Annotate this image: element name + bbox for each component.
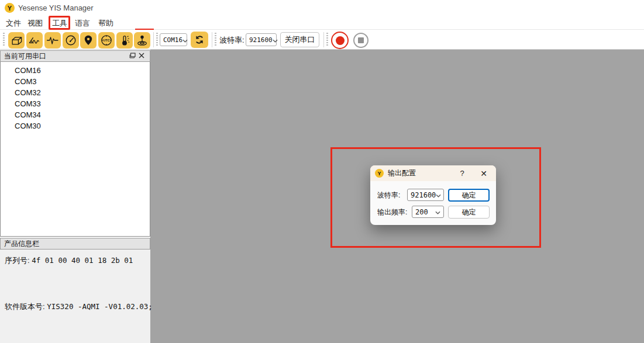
location-pin-icon [81,33,95,47]
chevron-down-icon [436,190,441,199]
menu-view[interactable]: 视图 [27,18,43,28]
port-item-com30[interactable]: COM30 [1,120,150,131]
yesense-logo-icon: Y [5,3,15,13]
menu-bar [0,16,644,30]
toolbar-drag-handle[interactable] [215,33,216,47]
serial-number-value: 4f 01 00 40 01 18 2b 01 [32,256,133,265]
stop-icon [358,37,364,43]
dialog-baud-value: 921600 [411,191,436,199]
baud-rate-label: 波特率: [219,35,244,46]
ports-list: COM16 COM3 COM32 COM33 COM34 COM30 [0,62,150,237]
port-item-com34[interactable]: COM34 [1,109,150,120]
record-button[interactable] [331,32,349,49]
dialog-help-button[interactable]: ? [456,169,468,178]
joystick-button[interactable] [134,32,150,48]
utc-time-button[interactable]: UTC [98,32,115,48]
cube-3d-icon [9,33,23,47]
location-button[interactable] [80,32,97,48]
temperature-button[interactable] [116,32,133,48]
dialog-freq-select[interactable]: 200 [412,206,444,218]
output-config-dialog: Y 输出配置 ? ✕ 波特率: 921600 确定 输出频率: 200 确定 [370,165,496,225]
close-serial-port-button[interactable]: 关闭串口 [280,32,319,47]
port-item-com33[interactable]: COM33 [1,98,150,109]
window-title: Yesense YIS Manager [18,4,94,12]
toolbar-drag-handle[interactable] [3,33,5,47]
toolbar-separator [323,32,324,47]
3d-view-button[interactable] [8,32,25,48]
info-panel-header: 产品信息栏 [0,238,150,250]
info-panel-body: 序列号: 4f 01 00 40 01 18 2b 01 软件版本号: YIS3… [0,250,150,343]
dialog-baud-label: 波特率: [377,189,400,202]
chevron-down-icon [273,36,278,44]
chevron-down-icon [435,207,440,216]
record-icon [336,36,345,45]
port-item-com3[interactable]: COM3 [1,76,150,87]
gauge-button[interactable] [63,32,79,48]
dialog-close-button[interactable]: ✕ [476,169,491,178]
serial-number-label: 序列号: [5,256,30,265]
toolbar-separator [153,32,154,47]
gauge-icon [64,33,78,47]
port-item-com32[interactable]: COM32 [1,87,150,98]
toolbar-drag-handle[interactable] [156,33,158,47]
utc-clock-icon: UTC [99,33,113,47]
close-icon [139,52,144,60]
joystick-icon [135,33,149,47]
dialog-title: 输出配置 [388,168,456,178]
ports-panel-header: 当前可用串口 [0,50,150,62]
close-panel-button[interactable] [137,52,146,60]
angle-wave-button[interactable] [26,32,43,48]
pulse-wave-icon [46,33,60,47]
dialog-baud-select[interactable]: 921600 [407,189,444,201]
serial-number-line: 序列号: 4f 01 00 40 01 18 2b 01 [5,255,133,266]
thermometer-icon [118,33,132,47]
toolbar [0,30,644,50]
angle-wave-icon [27,33,42,47]
dialog-baud-ok-button[interactable]: 确定 [448,189,490,202]
menu-tools[interactable]: 工具 [52,18,67,28]
refresh-ports-button[interactable] [191,32,208,48]
software-version-label: 软件版本号: [5,302,45,311]
stop-button[interactable] [353,33,369,48]
baud-rate-value: 921600 [249,36,273,44]
dialog-title-bar: Y 输出配置 ? ✕ [370,165,496,181]
yesense-logo-icon: Y [375,169,384,178]
com-port-value: COM16 [163,36,182,44]
dialog-freq-label: 输出频率: [377,206,407,219]
com-port-select[interactable]: COM16 [160,33,187,46]
menu-help[interactable]: 帮助 [98,18,113,28]
svg-text:UTC: UTC [103,39,109,42]
menu-file[interactable]: 文件 [6,18,21,28]
dialog-freq-ok-button[interactable]: 确定 [448,206,490,219]
info-panel-title: 产品信息栏 [4,239,146,249]
software-version-value: YIS320 -AQMI -V01.02.03; [47,302,153,311]
menu-language[interactable]: 语言 [75,18,90,28]
software-version-line: 软件版本号: YIS320 -AQMI -V01.02.03; [5,302,153,312]
float-panel-button[interactable] [128,52,137,60]
toolbar-separator [212,32,212,47]
baud-rate-select[interactable]: 921600 [246,33,277,46]
float-panel-icon [129,52,136,60]
refresh-icon [194,34,205,46]
title-bar: Y Yesense YIS Manager [0,0,644,16]
dialog-freq-value: 200 [415,208,428,216]
toolbar-drag-handle[interactable] [326,33,328,47]
chevron-down-icon [182,36,188,44]
port-item-com16[interactable]: COM16 [1,65,150,76]
pulse-wave-button[interactable] [44,32,61,48]
app-window: Y Yesense YIS Manager 文件 视图 工具 语言 帮助 UTC… [0,0,644,343]
ports-panel-title: 当前可用串口 [4,51,128,61]
